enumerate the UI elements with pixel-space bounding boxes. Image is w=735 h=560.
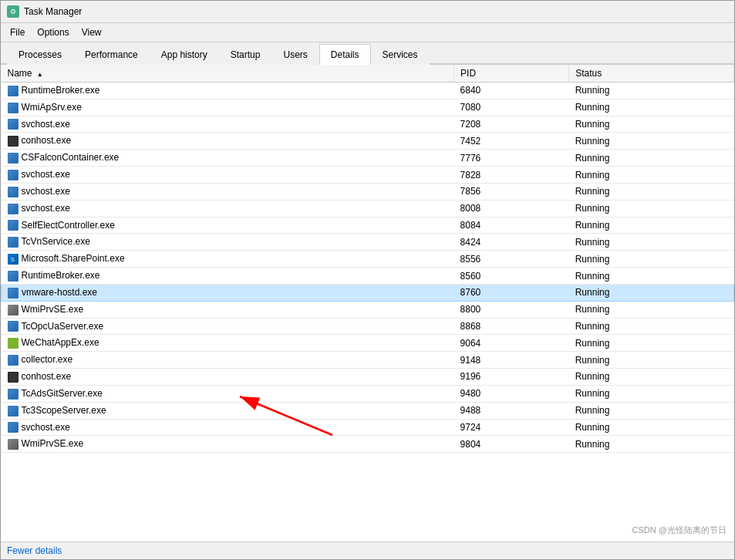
process-table: Name ▲ PID Status RuntimeBroker.exe6840R…	[1, 65, 734, 453]
col-status[interactable]: Status	[569, 65, 734, 83]
cell-pid: 9148	[454, 352, 569, 369]
cell-name: svchost.exe	[2, 116, 454, 133]
process-name: svchost.exe	[22, 203, 70, 214]
table-row[interactable]: SMicrosoft.SharePoint.exe8556Running	[2, 251, 734, 268]
tab-startup[interactable]: Startup	[219, 44, 272, 65]
table-row[interactable]: TcOpcUaServer.exe8868Running	[2, 318, 734, 335]
cell-pid: 8560	[454, 268, 569, 285]
tab-details[interactable]: Details	[319, 44, 371, 65]
table-row[interactable]: Tc3ScopeServer.exe9488Running	[2, 402, 734, 419]
table-row[interactable]: svchost.exe7856Running	[2, 183, 734, 200]
table-row[interactable]: TcAdsGitServer.exe9480Running	[2, 385, 734, 402]
cell-status: Running	[569, 352, 734, 369]
process-icon	[8, 86, 19, 96]
cell-status: Running	[569, 369, 734, 386]
table-row[interactable]: svchost.exe9724Running	[2, 419, 734, 436]
sort-asc-icon: ▲	[37, 71, 43, 78]
cell-pid: 6840	[454, 83, 569, 100]
table-row[interactable]: TcVnService.exe8424Running	[2, 234, 734, 251]
cell-name: svchost.exe	[2, 419, 454, 436]
table-row[interactable]: CSFalconContainer.exe7776Running	[2, 150, 734, 167]
tab-services[interactable]: Services	[371, 44, 430, 65]
process-icon	[8, 305, 19, 315]
window-title: Task Manager	[24, 6, 82, 17]
fewer-details-link[interactable]: Fewer details	[7, 545, 62, 556]
table-row[interactable]: RuntimeBroker.exe6840Running	[2, 83, 734, 100]
process-table-container[interactable]: Name ▲ PID Status RuntimeBroker.exe6840R…	[1, 65, 734, 541]
process-name: svchost.exe	[22, 422, 70, 433]
table-row[interactable]: WmiPrvSE.exe8800Running	[2, 301, 734, 318]
table-row[interactable]: WmiApSrv.exe7080Running	[2, 99, 734, 116]
tabs-bar: Processes Performance App history Startu…	[1, 42, 734, 65]
process-icon	[8, 153, 19, 164]
table-row[interactable]: collector.exe9148Running	[2, 352, 734, 369]
cell-name: svchost.exe	[2, 200, 454, 217]
cell-pid: 7452	[454, 133, 569, 150]
cell-name: TcVnService.exe	[2, 234, 454, 251]
cell-name: svchost.exe	[2, 167, 454, 184]
cell-pid: 7776	[454, 150, 569, 167]
table-row[interactable]: WmiPrvSE.exe9804Running	[2, 436, 734, 453]
table-row[interactable]: WeChatAppEx.exe9064Running	[2, 335, 734, 352]
task-manager-window: ⚙ Task Manager File Options View Process…	[0, 0, 735, 560]
process-icon	[8, 204, 19, 214]
cell-status: Running	[569, 284, 734, 301]
cell-pid: 9804	[454, 436, 569, 453]
table-row[interactable]: vmware-hostd.exe8760Running	[2, 284, 734, 301]
cell-pid: 9196	[454, 369, 569, 386]
process-name: RuntimeBroker.exe	[22, 270, 100, 281]
process-name: WmiApSrv.exe	[22, 102, 82, 113]
process-icon	[8, 439, 19, 450]
table-row[interactable]: svchost.exe7828Running	[2, 167, 734, 184]
cell-status: Running	[569, 167, 734, 184]
table-body: RuntimeBroker.exe6840RunningWmiApSrv.exe…	[2, 83, 734, 453]
cell-name: WmiPrvSE.exe	[2, 301, 454, 318]
cell-status: Running	[569, 133, 734, 150]
process-name: SelfElectController.exe	[22, 220, 115, 231]
cell-name: collector.exe	[2, 352, 454, 369]
cell-name: WeChatAppEx.exe	[2, 335, 454, 352]
tab-performance[interactable]: Performance	[73, 44, 150, 65]
col-name[interactable]: Name ▲	[2, 65, 454, 83]
cell-status: Running	[569, 183, 734, 200]
process-name: svchost.exe	[22, 119, 70, 130]
cell-status: Running	[569, 419, 734, 436]
cell-pid: 7208	[454, 116, 569, 133]
cell-pid: 8800	[454, 301, 569, 318]
menu-view[interactable]: View	[76, 25, 108, 40]
process-icon	[8, 170, 19, 180]
process-name: RuntimeBroker.exe	[22, 85, 100, 96]
cell-name: conhost.exe	[2, 369, 454, 386]
table-row[interactable]: svchost.exe8008Running	[2, 200, 734, 217]
process-name: TcVnService.exe	[22, 236, 90, 247]
process-name: svchost.exe	[22, 186, 70, 197]
cell-pid: 9488	[454, 402, 569, 419]
process-icon	[8, 406, 19, 417]
cell-name: WmiPrvSE.exe	[2, 436, 454, 453]
main-content: Name ▲ PID Status RuntimeBroker.exe6840R…	[1, 65, 734, 559]
tab-app-history[interactable]: App history	[150, 44, 219, 65]
process-icon	[8, 321, 19, 332]
cell-status: Running	[569, 83, 734, 100]
table-row[interactable]: RuntimeBroker.exe8560Running	[2, 268, 734, 285]
process-icon: S	[8, 254, 19, 265]
menu-file[interactable]: File	[4, 25, 31, 40]
tab-processes[interactable]: Processes	[7, 44, 73, 65]
process-name: CSFalconContainer.exe	[22, 152, 120, 163]
table-row[interactable]: svchost.exe7208Running	[2, 116, 734, 133]
cell-name: CSFalconContainer.exe	[2, 150, 454, 167]
process-name: TcAdsGitServer.exe	[22, 388, 103, 399]
cell-name: TcOpcUaServer.exe	[2, 318, 454, 335]
process-name: WmiPrvSE.exe	[22, 438, 84, 449]
menu-options[interactable]: Options	[31, 25, 75, 40]
cell-status: Running	[569, 251, 734, 268]
table-row[interactable]: SelfElectController.exe8084Running	[2, 217, 734, 234]
process-name: WeChatAppEx.exe	[22, 337, 99, 348]
tab-users[interactable]: Users	[271, 44, 319, 65]
col-pid[interactable]: PID	[454, 65, 569, 83]
table-row[interactable]: conhost.exe9196Running	[2, 369, 734, 386]
cell-pid: 8084	[454, 217, 569, 234]
menu-bar: File Options View	[1, 23, 734, 42]
cell-status: Running	[569, 116, 734, 133]
table-row[interactable]: conhost.exe7452Running	[2, 133, 734, 150]
